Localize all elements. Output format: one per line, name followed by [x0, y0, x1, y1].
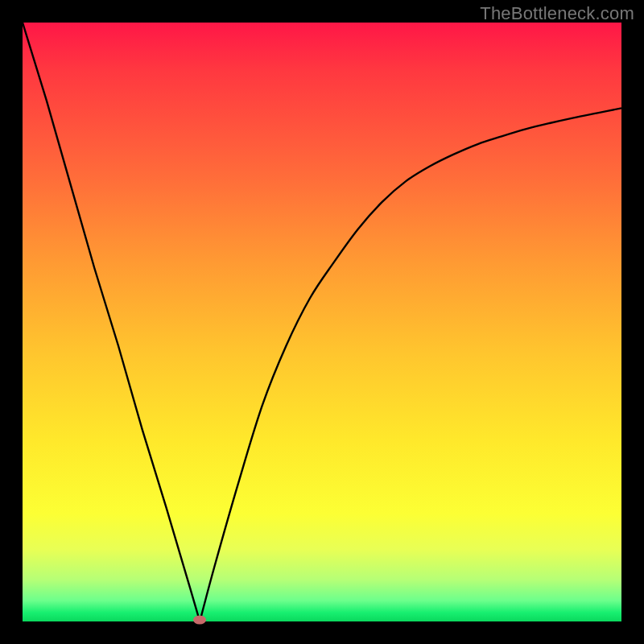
bottleneck-curve: [23, 23, 621, 621]
watermark-text: TheBottleneck.com: [480, 3, 634, 24]
optimum-marker: [193, 616, 206, 625]
chart-container: TheBottleneck.com: [0, 0, 644, 644]
curve-path: [23, 23, 621, 621]
